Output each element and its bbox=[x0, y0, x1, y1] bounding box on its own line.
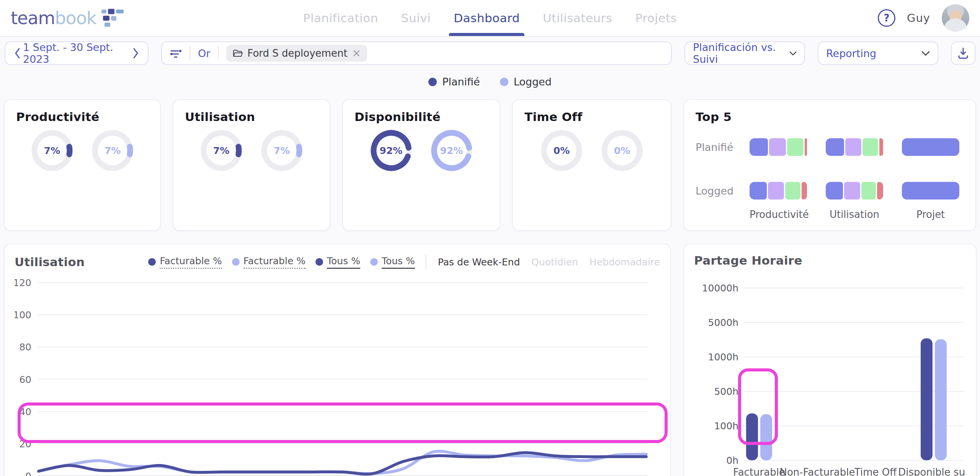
legend-label: Facturable % bbox=[160, 255, 222, 269]
utilisation-chart-title: Utilisation bbox=[15, 255, 85, 269]
svg-text:0h: 0h bbox=[726, 455, 738, 466]
donut-gauge-logged: 92% bbox=[429, 128, 475, 173]
toggle-quotidien[interactable]: Quotidien bbox=[531, 257, 578, 268]
top5-bar[interactable] bbox=[902, 182, 959, 200]
top5-bar[interactable] bbox=[826, 182, 883, 200]
kpi-row: Productivité 7% 7% Utilisation 7% 7% Dis… bbox=[4, 99, 976, 231]
legend-label: Facturable % bbox=[243, 255, 305, 269]
date-range-picker[interactable]: 1 Sept. - 30 Sept. 2023 bbox=[5, 41, 149, 65]
donut-value: 7% bbox=[90, 128, 136, 173]
divider bbox=[426, 255, 426, 269]
kpi-title: Time Off bbox=[524, 110, 659, 124]
logged-dot-icon bbox=[500, 78, 508, 86]
project-filter-chip[interactable]: Ford S deployement × bbox=[226, 45, 367, 62]
report-select-value: Reporting bbox=[826, 47, 876, 59]
top5-col-utilisation: Utilisation bbox=[826, 209, 883, 220]
nav-dashboard[interactable]: Dashboard bbox=[454, 0, 520, 36]
kpi-title: Utilisation bbox=[185, 110, 318, 124]
donut-gauge-planned: 92% bbox=[368, 128, 414, 173]
utilisation-chart-legend: Facturable % Facturable % Tous % Tous % bbox=[148, 255, 415, 269]
top5-grid: Planifié Logged Productivité Utilisation… bbox=[696, 138, 964, 220]
stack-segment bbox=[805, 138, 807, 156]
nav-planification[interactable]: Planification bbox=[303, 0, 378, 36]
nav-utilisateurs[interactable]: Utilisateurs bbox=[543, 0, 612, 36]
toggle-pas-de-week-end[interactable]: Pas de Week-End bbox=[438, 257, 520, 268]
top5-col-productivite: Productivité bbox=[750, 209, 807, 220]
filter-input[interactable]: Or Ford S deployement × bbox=[161, 41, 672, 65]
chevron-down-icon bbox=[789, 51, 797, 56]
kpi-card-productivite: Productivité 7% 7% bbox=[4, 99, 161, 231]
user-name[interactable]: Guy bbox=[907, 11, 930, 25]
donut-gauge-logged: 7% bbox=[259, 128, 305, 173]
donut-value: 7% bbox=[259, 128, 305, 173]
granularity-toggles: Pas de Week-End Quotidien Hebdomadaire bbox=[426, 255, 660, 269]
kpi-title: Productivité bbox=[16, 110, 149, 124]
filter-icon[interactable] bbox=[170, 47, 182, 60]
filter-operator[interactable]: Or bbox=[198, 47, 210, 59]
donut-gauge-planned: 0% bbox=[539, 128, 585, 173]
donut-gauge-logged: 7% bbox=[90, 128, 136, 173]
stack-segment bbox=[902, 138, 959, 156]
svg-text:100: 100 bbox=[15, 309, 31, 321]
avatar[interactable] bbox=[942, 4, 969, 32]
donut-value: 7% bbox=[29, 128, 75, 173]
toggle-hebdomadaire[interactable]: Hebdomadaire bbox=[590, 257, 660, 268]
chevron-right-icon bbox=[132, 47, 139, 59]
stack-segment bbox=[768, 182, 784, 200]
svg-text:Time Off: Time Off bbox=[854, 466, 897, 476]
mode-select-value: Planificación vs. Suivi bbox=[693, 41, 789, 65]
svg-text:Non-Facturable: Non-Facturable bbox=[779, 466, 855, 476]
stack-segment bbox=[750, 138, 768, 156]
nav-projets[interactable]: Projets bbox=[635, 0, 677, 36]
partage-horaire-card: Partage Horaire 0h100h500h1000h5000h1000… bbox=[683, 244, 977, 476]
top5-bar[interactable] bbox=[750, 182, 807, 200]
top5-card: Top 5 Planifié Logged Productivité Utili… bbox=[683, 99, 976, 231]
prev-period-button[interactable] bbox=[12, 46, 23, 61]
legend-tous-logged[interactable]: Tous % bbox=[370, 255, 415, 269]
chip-remove-icon[interactable]: × bbox=[352, 48, 361, 59]
mode-select[interactable]: Planificación vs. Suivi bbox=[684, 41, 805, 65]
series-dot-icon bbox=[148, 258, 156, 266]
svg-text:80: 80 bbox=[19, 342, 31, 353]
svg-text:0: 0 bbox=[25, 471, 31, 476]
divider bbox=[189, 46, 190, 60]
chevron-left-icon bbox=[14, 47, 21, 59]
download-button[interactable] bbox=[951, 41, 975, 65]
partage-horaire-bar-chart[interactable]: 0h100h500h1000h5000h10000hFacturableNon-… bbox=[694, 273, 966, 476]
top5-bar[interactable] bbox=[902, 138, 959, 156]
top5-bar[interactable] bbox=[826, 138, 883, 156]
logo-text: teambook bbox=[11, 8, 96, 28]
filter-bar: 1 Sept. - 30 Sept. 2023 Or Ford S deploy… bbox=[0, 37, 980, 69]
series-dot-icon bbox=[370, 258, 378, 266]
chevron-down-icon bbox=[921, 51, 930, 56]
svg-text:10000h: 10000h bbox=[702, 283, 738, 294]
stack-segment bbox=[826, 182, 843, 200]
help-icon[interactable]: ? bbox=[878, 9, 895, 27]
report-select[interactable]: Reporting bbox=[818, 41, 938, 65]
divider bbox=[218, 46, 219, 60]
legend-label: Tous % bbox=[327, 255, 360, 269]
nav-suivi[interactable]: Suivi bbox=[401, 0, 431, 36]
utilisation-line-chart[interactable]: 0204060801001201 sept.4 sept.5 sept.6 se… bbox=[15, 276, 662, 476]
svg-text:500h: 500h bbox=[714, 386, 738, 397]
legend-facturable-planned[interactable]: Facturable % bbox=[148, 255, 222, 269]
donut-gauge-planned: 7% bbox=[198, 128, 244, 173]
stack-segment bbox=[877, 182, 883, 200]
svg-text:40: 40 bbox=[19, 406, 31, 417]
next-period-button[interactable] bbox=[130, 46, 141, 61]
donut-value: 0% bbox=[599, 128, 645, 173]
legend-facturable-logged[interactable]: Facturable % bbox=[232, 255, 305, 269]
stack-segment bbox=[879, 138, 883, 156]
svg-text:100h: 100h bbox=[714, 420, 738, 432]
top5-bar[interactable] bbox=[750, 138, 807, 156]
stack-segment bbox=[769, 138, 786, 156]
header-right: ? Guy bbox=[878, 4, 969, 32]
utilisation-chart-header: Utilisation Facturable % Facturable % To… bbox=[15, 254, 660, 270]
stack-segment bbox=[787, 138, 804, 156]
legend-planifie: Planifié bbox=[428, 76, 480, 88]
teambook-logo[interactable]: teambook bbox=[11, 8, 124, 28]
svg-text:1000h: 1000h bbox=[708, 352, 738, 363]
legend-label: Tous % bbox=[382, 255, 415, 269]
legend-tous-planned[interactable]: Tous % bbox=[315, 255, 360, 269]
series-legend: Planifié Logged bbox=[0, 69, 980, 92]
